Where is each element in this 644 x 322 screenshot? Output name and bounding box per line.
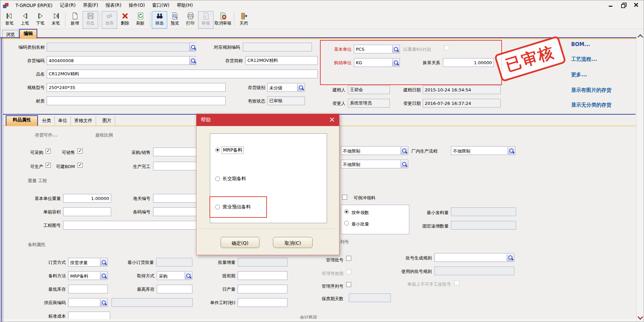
limit-combo-1[interactable]: 不做限制	[341, 146, 408, 155]
code-category-input[interactable]	[47, 43, 196, 51]
code-category-lookup-button[interactable]	[189, 43, 196, 51]
tab-edit[interactable]: 编辑	[19, 29, 37, 38]
subtab-qualification[interactable]: 资格文件	[71, 116, 96, 125]
factory-flow-combo[interactable]: 不做限制	[451, 146, 515, 155]
menu-operate[interactable]: 操作(O)	[125, 2, 148, 8]
drawing-number-input[interactable]	[63, 221, 202, 230]
scroll-down-button[interactable]	[637, 314, 644, 322]
customs-code-input[interactable]	[153, 194, 202, 203]
base-unit-weight-input[interactable]	[63, 194, 111, 203]
dialog-cancel-button[interactable]: 取消(C)	[273, 237, 313, 248]
acquire-mode-combo[interactable]: 采购	[157, 271, 192, 280]
buy-sell-ratio-input[interactable]	[153, 148, 202, 156]
print-button[interactable]: 打印	[183, 11, 198, 29]
link-more[interactable]: 更多...	[571, 72, 587, 78]
subtab-classification[interactable]: 分类	[39, 116, 55, 125]
base-unit-combo[interactable]: PCS	[354, 45, 400, 53]
base-unit-lookup-button[interactable]	[392, 45, 399, 53]
batch-rule-lookup-button[interactable]	[507, 254, 514, 261]
close-form-button[interactable]: 关闭	[236, 11, 251, 29]
minimize-icon[interactable]	[608, 2, 613, 8]
subtab-item-properties[interactable]: 料品属性	[6, 115, 38, 126]
production-done-input[interactable]	[153, 162, 202, 170]
inventory-level-lookup-button[interactable]	[297, 84, 304, 91]
prep-method-combo[interactable]: MRP备料	[68, 271, 108, 280]
can-bom-checkbox[interactable]	[78, 163, 83, 168]
factory-flow-lookup-button[interactable]	[508, 147, 515, 154]
acquire-mode-lookup-button[interactable]	[185, 272, 192, 279]
spec-input[interactable]	[47, 83, 226, 92]
last-record-button[interactable]: 末笔	[48, 11, 63, 29]
max-stock-input[interactable]	[157, 285, 192, 293]
box-volume-input[interactable]	[63, 207, 111, 216]
short-name-input[interactable]	[245, 56, 318, 65]
preview-button[interactable]: 预览	[167, 11, 183, 29]
batch-rule-combo[interactable]	[434, 253, 514, 262]
lead-time-input[interactable]	[238, 271, 287, 280]
filter-button[interactable]: 筛选	[152, 11, 167, 29]
menu-app[interactable]: T-GROUP ERP(E)	[12, 3, 56, 8]
limit2-lookup-button[interactable]	[401, 160, 408, 168]
menu-interface[interactable]: 界面(F)	[79, 2, 102, 8]
dialog-close-icon[interactable]	[329, 117, 335, 123]
can-sell-checkbox[interactable]	[78, 149, 83, 154]
by-request-radio[interactable]	[344, 209, 349, 214]
link-show-unclassified[interactable]: 显示无分类的存货	[571, 102, 611, 108]
barcode-input[interactable]	[153, 207, 202, 216]
material-input[interactable]	[47, 96, 226, 105]
option-longlead-label[interactable]: 长交期备料	[223, 176, 246, 182]
restore-icon[interactable]	[621, 2, 626, 8]
delete-x-icon	[121, 12, 129, 20]
menu-record[interactable]: 记录(R)	[56, 2, 79, 8]
cancel-audit-button[interactable]: 取消审核	[214, 11, 232, 29]
option-mrp-label[interactable]: MRP备料	[222, 147, 243, 154]
order-mode-combo[interactable]: 按需求量	[68, 258, 108, 267]
trade-unit-lookup-button[interactable]	[392, 59, 399, 66]
can-buy-checkbox[interactable]	[46, 149, 51, 154]
dialog-title-bar[interactable]: 帮助	[196, 114, 339, 126]
can-produce-checkbox[interactable]	[46, 163, 51, 168]
next-record-button[interactable]: 下笔	[33, 11, 48, 29]
inventory-level-combo[interactable]: 未分级	[267, 83, 305, 92]
trade-unit-combo[interactable]: KG	[354, 58, 400, 67]
inventory-code-input[interactable]	[47, 56, 196, 65]
section-weight-engineering: 重量 工程	[28, 178, 47, 184]
daily-output-input[interactable]	[238, 285, 287, 293]
supplier-code-combo[interactable]	[68, 298, 108, 307]
backflush-checkbox[interactable]	[342, 195, 347, 200]
dialog-ok-button[interactable]: 确定(Q)	[221, 237, 260, 248]
scroll-up-button[interactable]	[637, 32, 644, 40]
limit-combo-2[interactable]: 不做限制	[341, 160, 408, 168]
inventory-code-lookup-button[interactable]	[189, 56, 196, 65]
subtab-unit[interactable]: 单位	[55, 116, 71, 125]
subtab-image[interactable]: 图片	[99, 116, 115, 125]
manage-serial-checkbox[interactable]	[346, 282, 351, 287]
prev-record-button[interactable]: 上笔	[17, 11, 33, 29]
min-stock-input[interactable]	[68, 285, 108, 293]
order-mode-lookup-button[interactable]	[100, 258, 107, 266]
link-bom[interactable]: BOM...	[571, 41, 590, 47]
conversion-input[interactable]	[443, 58, 494, 67]
prep-method-lookup-button[interactable]	[100, 272, 107, 279]
menu-help[interactable]: 帮助(H)	[173, 2, 197, 8]
limit1-lookup-button[interactable]	[401, 147, 408, 154]
new-button[interactable]: 新增	[67, 11, 83, 29]
link-process-flow[interactable]: 工艺流程...	[571, 56, 597, 63]
menu-window[interactable]: 窗口(W)	[149, 2, 173, 8]
link-show-with-images[interactable]: 显示有图片的存货	[571, 87, 611, 93]
close-icon[interactable]	[634, 2, 639, 8]
unit-time-input[interactable]	[238, 298, 287, 307]
vertical-scrollbar[interactable]	[636, 32, 644, 322]
first-record-button[interactable]: 首笔	[2, 11, 17, 29]
tab-browse[interactable]: 浏览	[2, 30, 18, 38]
manage-batch-checkbox[interactable]	[346, 256, 351, 261]
option-longlead-radio[interactable]	[215, 176, 220, 181]
save-button: 存盘	[83, 11, 98, 29]
refresh-button[interactable]: 刷新	[133, 11, 148, 29]
min-batch-radio[interactable]	[344, 221, 349, 226]
delete-button[interactable]: 删除	[117, 11, 133, 29]
product-name-input[interactable]	[47, 70, 318, 78]
supplier-lookup-button[interactable]	[100, 299, 107, 306]
option-mrp-radio[interactable]	[215, 148, 220, 152]
menu-report[interactable]: 报表(R)	[102, 2, 125, 8]
